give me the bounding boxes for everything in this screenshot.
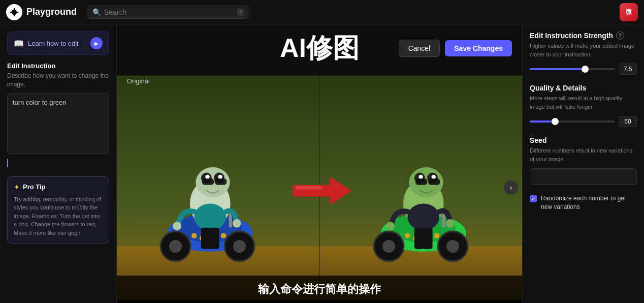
book-icon: 📖	[14, 39, 24, 48]
svg-point-0	[12, 10, 16, 14]
subtitle-text: 输入命令进行简单的操作	[258, 283, 381, 295]
strength-info-icon[interactable]: ?	[616, 32, 624, 40]
strength-slider-track[interactable]	[530, 68, 615, 70]
quality-value: 50	[619, 116, 637, 127]
svg-point-50	[405, 233, 410, 238]
svg-rect-45	[428, 178, 440, 185]
next-arrow-button[interactable]: ›	[504, 180, 518, 195]
randomize-row: ✓ Randomize each number to get new varia…	[530, 194, 637, 211]
svg-point-17	[218, 175, 222, 179]
svg-point-33	[446, 240, 459, 253]
logo-text: Playground	[26, 7, 77, 17]
strength-slider-thumb	[582, 66, 589, 73]
svg-point-35	[382, 240, 395, 253]
learn-btn-label: Learn how to edit	[28, 40, 79, 47]
randomize-label: Randomize each number to get new variati…	[541, 194, 637, 211]
svg-point-21	[194, 204, 226, 231]
svg-rect-54	[210, 228, 219, 249]
svg-point-7	[233, 240, 246, 253]
save-changes-button[interactable]: Save Changes	[445, 40, 512, 56]
search-icon: 🔍	[92, 8, 101, 16]
nav-right: 微	[620, 3, 638, 21]
svg-rect-19	[215, 178, 227, 185]
seed-title: Seed	[530, 136, 546, 144]
svg-rect-44	[415, 178, 427, 185]
edit-instruction-input[interactable]: turn color to green	[7, 93, 109, 154]
randomize-checkbox[interactable]: ✓	[530, 195, 537, 202]
quality-slider-track[interactable]	[530, 120, 615, 123]
nav-logo: Playground	[6, 4, 77, 20]
svg-rect-56	[423, 228, 433, 249]
header-actions: Cancel Save Changes	[399, 40, 512, 57]
svg-point-43	[432, 175, 436, 179]
play-icon: ▶	[90, 37, 103, 49]
frog-image-canvas	[117, 72, 522, 303]
learn-how-to-edit-button[interactable]: 📖 Learn how to edit ▶	[7, 32, 109, 55]
cursor-indicator	[7, 159, 8, 167]
pro-tip-title: Pro Tip	[23, 183, 46, 191]
top-nav: Playground 🔍 / 微	[0, 0, 644, 24]
pro-tip-text: Try adding, removing, or thinking of sty…	[14, 195, 103, 237]
svg-point-49	[446, 219, 455, 228]
strength-title: Edit Instruction Strength	[530, 32, 613, 40]
pro-tip-card: ✦ Pro Tip Try adding, removing, or think…	[7, 176, 109, 244]
main-layout: 📖 Learn how to edit ▶ Edit Instruction D…	[0, 24, 644, 303]
star-icon: ✦	[14, 183, 20, 191]
svg-rect-55	[414, 228, 424, 249]
svg-point-42	[418, 175, 423, 179]
avatar[interactable]: 微	[620, 3, 638, 21]
strength-section: Edit Instruction Strength ? Higher value…	[530, 32, 637, 75]
strength-value: 7.5	[619, 64, 637, 75]
svg-point-47	[407, 204, 439, 231]
seed-input[interactable]	[530, 168, 637, 185]
search-bar[interactable]: 🔍 /	[87, 6, 249, 19]
svg-point-52	[434, 233, 440, 238]
checkmark-icon: ✓	[531, 196, 535, 202]
quality-desc: More steps will result in a high quality…	[530, 94, 637, 111]
edit-instruction-desc: Describe how you want to change the imag…	[7, 72, 109, 89]
quality-title: Quality & Details	[530, 84, 586, 92]
svg-point-48	[386, 222, 395, 230]
page-title: AI修图	[280, 31, 359, 66]
logo-icon	[6, 4, 22, 20]
right-sidebar: Edit Instruction Strength ? Higher value…	[522, 24, 644, 303]
search-input[interactable]	[104, 8, 234, 16]
search-shortcut: /	[237, 9, 244, 16]
svg-point-16	[205, 175, 209, 179]
quality-slider-container: 50	[530, 116, 637, 127]
seed-desc: Different numbers result in new variatio…	[530, 146, 637, 163]
svg-rect-18	[202, 178, 214, 185]
seed-section: Seed Different numbers result in new var…	[530, 136, 637, 185]
subtitle-overlay: 输入命令进行简单的操作	[117, 276, 522, 303]
svg-point-24	[191, 233, 197, 238]
edit-instruction-title: Edit Instruction	[7, 62, 109, 70]
svg-rect-29	[296, 186, 323, 189]
svg-rect-53	[201, 228, 211, 249]
svg-point-22	[173, 222, 181, 230]
scene-svg	[117, 72, 522, 303]
quality-section: Quality & Details More steps will result…	[530, 84, 637, 127]
strength-slider-container: 7.5	[530, 64, 637, 75]
center-header: AI修图 Cancel Save Changes	[117, 24, 522, 72]
strength-desc: Higher values will make your edited imag…	[530, 42, 637, 58]
image-area: Original	[117, 72, 522, 303]
original-label: Original	[127, 77, 150, 85]
edit-instruction-section: Edit Instruction Describe how you want t…	[7, 62, 109, 169]
svg-point-23	[233, 219, 241, 228]
quality-slider-thumb	[552, 118, 559, 125]
strength-slider-fill	[530, 68, 585, 70]
svg-point-26	[221, 233, 227, 238]
cancel-button[interactable]: Cancel	[399, 40, 440, 57]
left-sidebar: 📖 Learn how to edit ▶ Edit Instruction D…	[0, 24, 117, 303]
center-content: AI修图 Cancel Save Changes Original	[117, 24, 522, 303]
svg-point-9	[169, 240, 182, 253]
